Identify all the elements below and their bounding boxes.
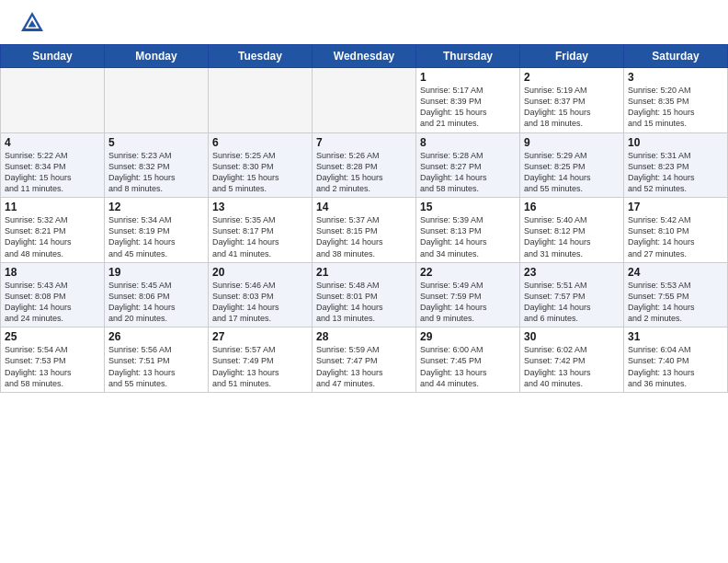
calendar-cell: 18Sunrise: 5:43 AM Sunset: 8:08 PM Dayli…: [1, 262, 105, 327]
day-info: Sunrise: 5:45 AM Sunset: 8:06 PM Dayligh…: [108, 280, 204, 325]
day-info: Sunrise: 5:39 AM Sunset: 8:13 PM Dayligh…: [420, 214, 516, 259]
day-number: 19: [108, 266, 204, 279]
weekday-header: Monday: [105, 45, 209, 68]
day-info: Sunrise: 5:25 AM Sunset: 8:30 PM Dayligh…: [212, 150, 308, 195]
day-info: Sunrise: 5:48 AM Sunset: 8:01 PM Dayligh…: [316, 280, 412, 325]
day-info: Sunrise: 5:20 AM Sunset: 8:35 PM Dayligh…: [628, 85, 723, 130]
calendar-cell: [105, 68, 209, 133]
calendar-cell: 6Sunrise: 5:25 AM Sunset: 8:30 PM Daylig…: [209, 132, 313, 198]
calendar-cell: 28Sunrise: 5:59 AM Sunset: 7:47 PM Dayli…: [313, 327, 416, 393]
day-info: Sunrise: 5:34 AM Sunset: 8:19 PM Dayligh…: [108, 214, 204, 259]
day-info: Sunrise: 5:54 AM Sunset: 7:53 PM Dayligh…: [5, 344, 100, 389]
day-info: Sunrise: 5:35 AM Sunset: 8:17 PM Dayligh…: [212, 214, 308, 259]
day-number: 22: [420, 266, 516, 279]
day-number: 24: [628, 266, 723, 279]
weekday-header: Thursday: [416, 45, 520, 68]
day-number: 28: [316, 330, 412, 343]
calendar-cell: 11Sunrise: 5:32 AM Sunset: 8:21 PM Dayli…: [1, 198, 105, 263]
calendar-cell: 2Sunrise: 5:19 AM Sunset: 8:37 PM Daylig…: [520, 68, 624, 133]
calendar-cell: 29Sunrise: 6:00 AM Sunset: 7:45 PM Dayli…: [416, 327, 520, 393]
day-number: 12: [108, 201, 204, 213]
day-info: Sunrise: 5:51 AM Sunset: 7:57 PM Dayligh…: [524, 280, 620, 325]
day-number: 18: [5, 266, 100, 279]
day-number: 2: [524, 71, 620, 84]
calendar-cell: 4Sunrise: 5:22 AM Sunset: 8:34 PM Daylig…: [1, 132, 105, 198]
weekday-header: Saturday: [624, 45, 728, 68]
day-info: Sunrise: 5:56 AM Sunset: 7:51 PM Dayligh…: [108, 344, 204, 389]
day-number: 16: [524, 201, 620, 213]
weekday-header-row: SundayMondayTuesdayWednesdayThursdayFrid…: [1, 45, 728, 68]
page-header: [0, 0, 728, 40]
day-info: Sunrise: 5:32 AM Sunset: 8:21 PM Dayligh…: [5, 214, 100, 259]
calendar-cell: [313, 68, 416, 133]
day-number: 7: [316, 136, 412, 149]
day-info: Sunrise: 5:46 AM Sunset: 8:03 PM Dayligh…: [212, 280, 308, 325]
weekday-header: Sunday: [1, 45, 105, 68]
day-number: 4: [5, 136, 100, 149]
day-number: 21: [316, 266, 412, 279]
calendar-cell: [209, 68, 313, 133]
calendar-week-row: 1Sunrise: 5:17 AM Sunset: 8:39 PM Daylig…: [1, 68, 728, 133]
day-number: 23: [524, 266, 620, 279]
day-number: 1: [420, 71, 516, 84]
calendar-cell: 24Sunrise: 5:53 AM Sunset: 7:55 PM Dayli…: [624, 262, 728, 327]
calendar-cell: 16Sunrise: 5:40 AM Sunset: 8:12 PM Dayli…: [520, 198, 624, 263]
calendar-week-row: 11Sunrise: 5:32 AM Sunset: 8:21 PM Dayli…: [1, 198, 728, 263]
day-number: 29: [420, 330, 516, 343]
day-number: 13: [212, 201, 308, 213]
logo-icon: [18, 9, 46, 37]
calendar-cell: 31Sunrise: 6:04 AM Sunset: 7:40 PM Dayli…: [624, 327, 728, 393]
calendar-cell: 14Sunrise: 5:37 AM Sunset: 8:15 PM Dayli…: [313, 198, 416, 263]
day-info: Sunrise: 5:22 AM Sunset: 8:34 PM Dayligh…: [5, 150, 100, 195]
day-number: 30: [524, 330, 620, 343]
day-number: 26: [108, 330, 204, 343]
day-info: Sunrise: 5:40 AM Sunset: 8:12 PM Dayligh…: [524, 214, 620, 259]
calendar-cell: 23Sunrise: 5:51 AM Sunset: 7:57 PM Dayli…: [520, 262, 624, 327]
calendar-cell: 17Sunrise: 5:42 AM Sunset: 8:10 PM Dayli…: [624, 198, 728, 263]
day-info: Sunrise: 5:29 AM Sunset: 8:25 PM Dayligh…: [524, 150, 620, 195]
day-info: Sunrise: 6:02 AM Sunset: 7:42 PM Dayligh…: [524, 344, 620, 389]
calendar-cell: 13Sunrise: 5:35 AM Sunset: 8:17 PM Dayli…: [209, 198, 313, 263]
calendar-cell: 30Sunrise: 6:02 AM Sunset: 7:42 PM Dayli…: [520, 327, 624, 393]
day-info: Sunrise: 5:23 AM Sunset: 8:32 PM Dayligh…: [108, 150, 204, 195]
weekday-header: Tuesday: [209, 45, 313, 68]
day-info: Sunrise: 5:37 AM Sunset: 8:15 PM Dayligh…: [316, 214, 412, 259]
day-number: 14: [316, 201, 412, 213]
calendar-cell: 21Sunrise: 5:48 AM Sunset: 8:01 PM Dayli…: [313, 262, 416, 327]
weekday-header: Friday: [520, 45, 624, 68]
day-number: 8: [420, 136, 516, 149]
weekday-header: Wednesday: [313, 45, 416, 68]
calendar-cell: 26Sunrise: 5:56 AM Sunset: 7:51 PM Dayli…: [105, 327, 209, 393]
day-info: Sunrise: 5:17 AM Sunset: 8:39 PM Dayligh…: [420, 85, 516, 130]
calendar-cell: 22Sunrise: 5:49 AM Sunset: 7:59 PM Dayli…: [416, 262, 520, 327]
day-number: 31: [628, 330, 723, 343]
day-info: Sunrise: 5:31 AM Sunset: 8:23 PM Dayligh…: [628, 150, 723, 195]
day-number: 25: [5, 330, 100, 343]
calendar-cell: 7Sunrise: 5:26 AM Sunset: 8:28 PM Daylig…: [313, 132, 416, 198]
calendar-cell: 19Sunrise: 5:45 AM Sunset: 8:06 PM Dayli…: [105, 262, 209, 327]
day-number: 10: [628, 136, 723, 149]
day-info: Sunrise: 5:49 AM Sunset: 7:59 PM Dayligh…: [420, 280, 516, 325]
day-number: 11: [5, 201, 100, 213]
calendar-cell: 20Sunrise: 5:46 AM Sunset: 8:03 PM Dayli…: [209, 262, 313, 327]
calendar-cell: 25Sunrise: 5:54 AM Sunset: 7:53 PM Dayli…: [1, 327, 105, 393]
calendar-cell: 5Sunrise: 5:23 AM Sunset: 8:32 PM Daylig…: [105, 132, 209, 198]
calendar-cell: 8Sunrise: 5:28 AM Sunset: 8:27 PM Daylig…: [416, 132, 520, 198]
day-info: Sunrise: 6:04 AM Sunset: 7:40 PM Dayligh…: [628, 344, 723, 389]
calendar-cell: 27Sunrise: 5:57 AM Sunset: 7:49 PM Dayli…: [209, 327, 313, 393]
day-number: 27: [212, 330, 308, 343]
calendar-cell: 9Sunrise: 5:29 AM Sunset: 8:25 PM Daylig…: [520, 132, 624, 198]
day-info: Sunrise: 5:42 AM Sunset: 8:10 PM Dayligh…: [628, 214, 723, 259]
day-number: 5: [108, 136, 204, 149]
calendar-week-row: 4Sunrise: 5:22 AM Sunset: 8:34 PM Daylig…: [1, 132, 728, 198]
day-info: Sunrise: 5:43 AM Sunset: 8:08 PM Dayligh…: [5, 280, 100, 325]
day-info: Sunrise: 5:57 AM Sunset: 7:49 PM Dayligh…: [212, 344, 308, 389]
day-info: Sunrise: 5:28 AM Sunset: 8:27 PM Dayligh…: [420, 150, 516, 195]
day-number: 17: [628, 201, 723, 213]
calendar-cell: [1, 68, 105, 133]
calendar-week-row: 18Sunrise: 5:43 AM Sunset: 8:08 PM Dayli…: [1, 262, 728, 327]
calendar-table: SundayMondayTuesdayWednesdayThursdayFrid…: [0, 44, 728, 393]
day-number: 6: [212, 136, 308, 149]
day-number: 20: [212, 266, 308, 279]
logo: [18, 9, 50, 37]
